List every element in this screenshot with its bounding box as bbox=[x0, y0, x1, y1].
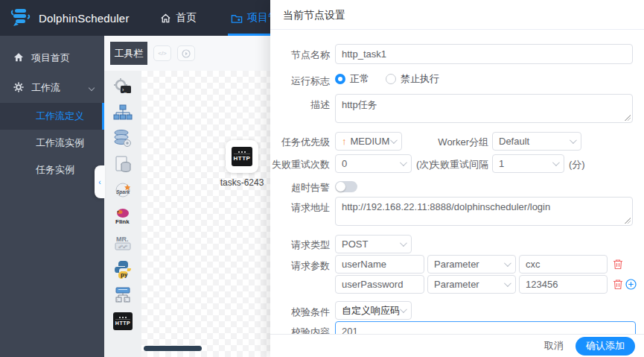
chevron-down-icon bbox=[400, 159, 407, 166]
dag-node-http-task[interactable]: HTTP tasks-6243 bbox=[211, 140, 273, 188]
task-type-dependent[interactable]: ›_›_ bbox=[112, 285, 134, 305]
sidebar-item-workflow[interactable]: 工作流 bbox=[0, 73, 104, 103]
canvas-horizontal-scrollbar[interactable] bbox=[144, 346, 202, 351]
radio-label: 禁止执行 bbox=[401, 72, 439, 86]
node-name-label: 节点名称 bbox=[270, 48, 330, 62]
cancel-button[interactable]: 取消 bbox=[544, 339, 564, 353]
priority-select[interactable]: ↑ MEDIUM bbox=[335, 132, 402, 151]
node-name-input[interactable]: http_task1 bbox=[335, 44, 633, 64]
sidebar-item-workflow-definition[interactable]: 工作流定义 bbox=[0, 103, 104, 130]
sidebar-item-task-instance[interactable]: 任务实例 bbox=[0, 157, 104, 183]
toolbar-title-badge: 工具栏 bbox=[110, 42, 147, 65]
chevron-down-icon bbox=[570, 136, 577, 144]
worker-group-value: Default bbox=[499, 136, 529, 147]
request-method-label: 请求类型 bbox=[270, 238, 330, 252]
brand[interactable]: DolphinScheduler bbox=[0, 6, 160, 31]
drawer-title: 当前节点设置 bbox=[270, 0, 644, 30]
task-type-sql[interactable] bbox=[112, 129, 134, 148]
radio-label: 正常 bbox=[350, 72, 369, 86]
run-flag-label: 运行标志 bbox=[270, 75, 330, 88]
svg-text:Spark: Spark bbox=[116, 189, 130, 195]
home-icon bbox=[160, 13, 171, 24]
worker-group-select[interactable]: Default bbox=[492, 132, 581, 151]
sidebar-item-label: 项目首页 bbox=[31, 51, 70, 65]
description-label: 描述 bbox=[270, 98, 330, 112]
node-settings-drawer: 当前节点设置 节点名称 http_task1 运行标志 正常 禁止执行 描述 h… bbox=[270, 0, 644, 357]
delete-param-icon[interactable] bbox=[612, 258, 624, 270]
svg-text:☍☍: ☍☍ bbox=[118, 244, 127, 249]
delete-param-icon[interactable] bbox=[612, 278, 624, 290]
task-type-flink[interactable]: Flink bbox=[112, 207, 134, 227]
param-value-value: cxc bbox=[526, 259, 541, 270]
http-icon: HTTP bbox=[113, 312, 133, 330]
check-condition-select[interactable]: 自定义响应码 bbox=[335, 301, 412, 320]
retry-interval-select[interactable]: 1 bbox=[492, 154, 564, 173]
chevron-down-icon bbox=[504, 259, 511, 267]
retry-interval-label: 失败重试间隔 bbox=[430, 158, 488, 171]
sidebar-item-label: 工作流实例 bbox=[36, 136, 84, 150]
timeout-alarm-toggle[interactable] bbox=[335, 181, 357, 192]
sidebar-item-label: 任务实例 bbox=[36, 163, 74, 177]
nav-item-home[interactable]: 首页 bbox=[160, 0, 197, 36]
resize-grip-icon[interactable] bbox=[625, 218, 631, 224]
chevron-down-icon bbox=[89, 85, 95, 91]
chevron-down-icon bbox=[552, 159, 560, 166]
request-url-value: http://192.168.22.11:8888/dolphinschedul… bbox=[342, 201, 550, 212]
task-type-spark[interactable]: Spark bbox=[112, 181, 134, 200]
task-type-mr[interactable]: MR. ☍☍ bbox=[112, 233, 134, 253]
sidebar-collapse-handle[interactable]: ‹ bbox=[95, 165, 105, 198]
param-name-input[interactable]: userName bbox=[335, 255, 424, 274]
check-condition-label: 校验条件 bbox=[270, 306, 330, 319]
request-method-value: POST bbox=[342, 238, 368, 250]
code-view-button[interactable]: </> bbox=[153, 45, 171, 61]
task-type-procedure[interactable] bbox=[112, 155, 134, 174]
chevron-down-icon bbox=[504, 279, 511, 287]
priority-value: MEDIUM bbox=[351, 136, 390, 147]
run-flag-normal-radio[interactable]: 正常 bbox=[335, 72, 369, 86]
sidebar-item-project-home[interactable]: 项目首页 bbox=[0, 43, 104, 73]
retry-interval-value: 1 bbox=[499, 158, 504, 169]
task-type-shell[interactable]: ›_ bbox=[112, 77, 134, 96]
check-content-label: 校验内容 bbox=[270, 326, 330, 334]
run-arrow-button[interactable] bbox=[177, 45, 195, 61]
request-method-select[interactable]: POST bbox=[335, 235, 412, 253]
dag-node-card[interactable]: HTTP bbox=[226, 140, 258, 173]
confirm-add-button[interactable]: 确认添加 bbox=[576, 337, 635, 356]
param-value-input[interactable]: cxc bbox=[519, 255, 608, 274]
retry-times-value: 0 bbox=[342, 158, 347, 169]
param-type-value: Parameter bbox=[434, 259, 479, 270]
nav-item-label: 首页 bbox=[176, 11, 197, 25]
run-flag-forbidden-radio[interactable]: 禁止执行 bbox=[386, 72, 439, 86]
task-type-sub-process[interactable] bbox=[112, 103, 134, 122]
task-type-python[interactable]: py bbox=[112, 259, 134, 279]
timeout-alarm-label: 超时告警 bbox=[270, 181, 330, 195]
left-sidebar: 项目首页 工作流 工作流定义 工作流实例 任务实例 bbox=[0, 36, 104, 357]
param-type-select[interactable]: Parameter bbox=[427, 255, 516, 274]
priority-label: 任务优先级 bbox=[270, 136, 330, 149]
toggle-knob bbox=[336, 182, 345, 192]
radio-dot-icon bbox=[335, 74, 345, 84]
param-type-select[interactable]: Parameter bbox=[427, 275, 516, 294]
drawer-footer: 取消 确认添加 bbox=[270, 334, 644, 357]
request-params-label: 请求参数 bbox=[270, 259, 330, 273]
description-value: http任务 bbox=[342, 99, 377, 110]
check-condition-value: 自定义响应码 bbox=[342, 304, 400, 317]
request-url-textarea[interactable]: http://192.168.22.11:8888/dolphinschedul… bbox=[335, 197, 633, 226]
home-solid-icon bbox=[13, 52, 24, 64]
check-content-input[interactable]: 201 bbox=[335, 321, 636, 334]
add-param-icon[interactable] bbox=[625, 278, 637, 290]
priority-up-arrow-icon: ↑ bbox=[342, 136, 347, 147]
param-value-input[interactable]: 123456 bbox=[519, 275, 608, 294]
chevron-down-icon bbox=[400, 239, 407, 247]
retry-times-select[interactable]: 0 bbox=[335, 154, 412, 173]
svg-text:›_: ›_ bbox=[122, 87, 127, 93]
param-name-input[interactable]: userPassword bbox=[335, 275, 424, 294]
param-name-value: userPassword bbox=[342, 279, 403, 290]
resize-grip-icon[interactable] bbox=[625, 115, 631, 121]
description-textarea[interactable]: http任务 bbox=[335, 94, 633, 123]
retry-times-label: 失败重试次数 bbox=[270, 158, 330, 171]
svg-text:Flink: Flink bbox=[115, 218, 130, 225]
check-content-value: 201 bbox=[342, 326, 358, 334]
sidebar-item-workflow-instance[interactable]: 工作流实例 bbox=[0, 130, 104, 157]
task-type-http[interactable]: HTTP bbox=[112, 312, 134, 331]
